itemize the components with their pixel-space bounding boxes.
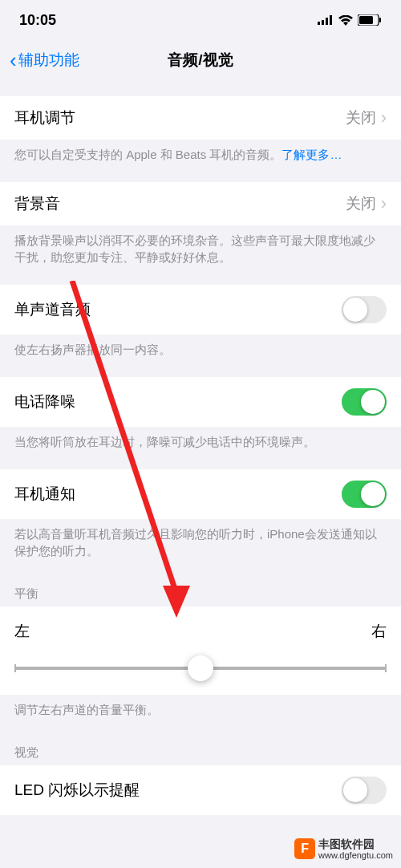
- headphone-value: 关闭 ›: [346, 107, 387, 128]
- background-value: 关闭 ›: [346, 193, 387, 214]
- status-bar: 10:05: [0, 0, 401, 40]
- status-time: 10:05: [19, 12, 56, 29]
- svg-rect-3: [330, 15, 332, 25]
- balance-row: 左 右: [0, 606, 401, 695]
- mono-toggle[interactable]: [342, 296, 387, 323]
- balance-slider[interactable]: [14, 656, 387, 680]
- led-toggle[interactable]: [342, 777, 387, 804]
- headphone-notify-row: 耳机通知: [0, 469, 401, 519]
- chevron-right-icon: ›: [381, 107, 387, 128]
- svg-rect-2: [326, 18, 328, 25]
- balance-footer: 调节左右声道的音量平衡。: [0, 695, 401, 721]
- headphone-section: 耳机调节 关闭 › 您可以自定受支持的 Apple 和 Beats 耳机的音频。…: [0, 96, 401, 166]
- headphone-footer: 您可以自定受支持的 Apple 和 Beats 耳机的音频。了解更多…: [0, 140, 401, 166]
- status-icons: [318, 14, 382, 26]
- watermark-text: 丰图软件园 www.dgfengtu.com: [318, 838, 393, 860]
- slider-thumb[interactable]: [188, 655, 213, 681]
- svg-rect-5: [359, 16, 373, 24]
- battery-icon: [358, 14, 382, 26]
- notify-footer: 若以高音量听耳机音频过久且影响您的听力时，iPhone会发送通知以保护您的听力。: [0, 519, 401, 562]
- headphone-label: 耳机调节: [14, 107, 75, 128]
- visual-section: 视觉 LED 闪烁以示提醒: [0, 737, 401, 815]
- background-sound-row[interactable]: 背景音 关闭 ›: [0, 182, 401, 225]
- visual-header: 视觉: [0, 737, 401, 765]
- learn-more-link[interactable]: 了解更多…: [282, 148, 342, 161]
- svg-rect-0: [318, 22, 320, 25]
- nav-title: 音频/视觉: [168, 50, 233, 71]
- wifi-icon: [338, 15, 353, 26]
- mono-footer: 使左右扬声器播放同一内容。: [0, 335, 401, 361]
- notify-toggle[interactable]: [342, 481, 387, 508]
- mono-audio-row: 单声道音频: [0, 285, 401, 335]
- noise-toggle[interactable]: [342, 388, 387, 416]
- signal-icon: [318, 15, 334, 25]
- svg-rect-6: [379, 18, 381, 22]
- led-flash-row: LED 闪烁以示提醒: [0, 765, 401, 815]
- noise-label: 电话降噪: [14, 391, 75, 412]
- balance-labels: 左 右: [14, 621, 387, 642]
- phone-noise-row: 电话降噪: [0, 377, 401, 427]
- background-label: 背景音: [14, 193, 60, 214]
- watermark-logo-icon: F: [294, 838, 315, 859]
- notify-label: 耳机通知: [14, 484, 75, 505]
- background-footer: 播放背景噪声以消弭不必要的环境杂音。这些声音可最大限度地减少干扰，助您更加专注、…: [0, 225, 401, 269]
- background-section: 背景音 关闭 › 播放背景噪声以消弭不必要的环境杂音。这些声音可最大限度地减少干…: [0, 182, 401, 269]
- balance-left-label: 左: [14, 621, 30, 642]
- svg-rect-1: [322, 20, 324, 25]
- led-label: LED 闪烁以示提醒: [14, 780, 140, 801]
- mono-label: 单声道音频: [14, 299, 91, 320]
- noise-section: 电话降噪 当您将听筒放在耳边时，降噪可减少电话中的环境噪声。: [0, 377, 401, 453]
- balance-section: 平衡 左 右 调节左右声道的音量平衡。: [0, 578, 401, 721]
- headphone-adjust-row[interactable]: 耳机调节 关闭 ›: [0, 96, 401, 140]
- chevron-right-icon: ›: [381, 193, 387, 214]
- back-button[interactable]: ‹ 辅助功能: [10, 48, 79, 73]
- balance-right-label: 右: [371, 621, 387, 642]
- notify-section: 耳机通知 若以高音量听耳机音频过久且影响您的听力时，iPhone会发送通知以保护…: [0, 469, 401, 562]
- watermark: F 丰图软件园 www.dgfengtu.com: [294, 838, 393, 860]
- nav-header: ‹ 辅助功能 音频/视觉: [0, 40, 401, 80]
- noise-footer: 当您将听筒放在耳边时，降噪可减少电话中的环境噪声。: [0, 427, 401, 453]
- balance-header: 平衡: [0, 578, 401, 606]
- mono-section: 单声道音频 使左右扬声器播放同一内容。: [0, 285, 401, 361]
- back-label: 辅助功能: [18, 50, 79, 71]
- back-chevron-icon: ‹: [10, 48, 17, 73]
